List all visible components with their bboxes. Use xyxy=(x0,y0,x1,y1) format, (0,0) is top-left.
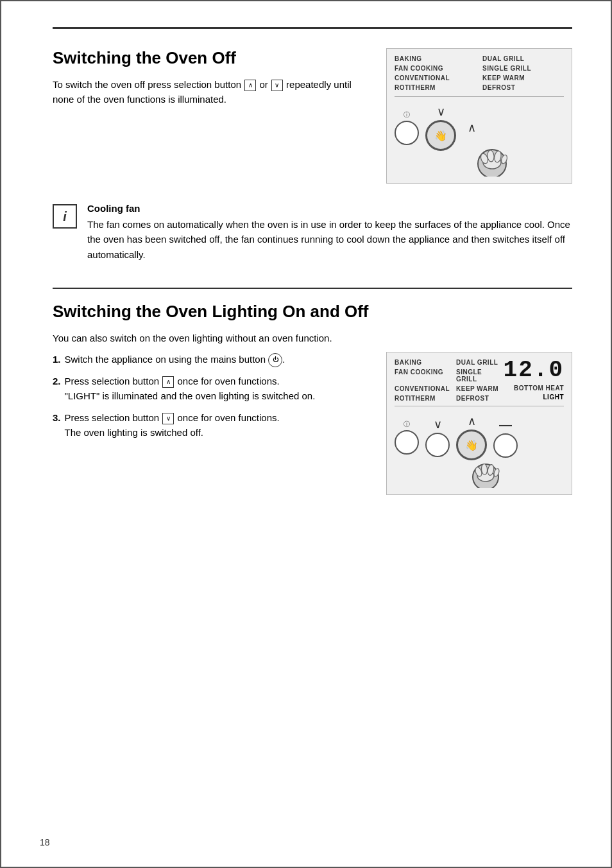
step-1: 1. Switch the appliance on using the mai… xyxy=(53,352,367,367)
panel2-circle-btn-1[interactable] xyxy=(395,430,419,455)
step-3: 3. Press selection button ∨ once for ove… xyxy=(53,410,367,440)
section1-title: Switching the Oven Off xyxy=(53,48,367,68)
panel1-labels: BAKING DUAL GRILL FAN COOKING SINGLE GRI… xyxy=(395,55,564,91)
label-keep-warm: KEEP WARM xyxy=(482,74,564,82)
info-icon: i xyxy=(53,204,77,229)
digital-display: 12.0 xyxy=(504,359,564,382)
section2-intro: You can also switch on the oven lighting… xyxy=(53,331,572,345)
label-conventional: CONVENTIONAL xyxy=(395,74,476,82)
panel1-down-arrow: ∨ xyxy=(432,105,450,119)
oven-panel-2: BAKING DUAL GRILL FAN COOKING SINGLE GRI… xyxy=(386,352,572,495)
step3-num: 3. xyxy=(53,410,61,440)
cooling-fan-title: Cooling fan xyxy=(87,203,572,214)
panel2-labels-grid: BAKING DUAL GRILL FAN COOKING SINGLE GRI… xyxy=(395,359,504,402)
section2-title: Switching the Oven Lighting On and Off xyxy=(53,302,572,322)
panel1-up-arrow: ∧ xyxy=(463,121,480,135)
p2-single-grill: SINGLE GRILL xyxy=(456,369,504,383)
p2-defrost: DEFROST xyxy=(456,395,504,402)
step3-text: Press selection button ∨ once for oven f… xyxy=(65,410,280,440)
step2-text: Press selection button ∧ once for oven f… xyxy=(65,374,316,404)
p2-dual-grill: DUAL GRILL xyxy=(456,359,504,366)
step3-down-arrow: ∨ xyxy=(162,413,174,424)
p2-baking: BAKING xyxy=(395,359,450,366)
or-text: or xyxy=(259,79,268,90)
top-border xyxy=(53,27,572,29)
section1-text: Switching the Oven Off To switch the ove… xyxy=(53,48,367,184)
section-switching-off: Switching the Oven Off To switch the ove… xyxy=(53,48,572,184)
step2-up-arrow: ∧ xyxy=(162,376,174,388)
label-rotitherm: ROTITHERM xyxy=(395,84,476,91)
info-box-cooling-fan: i Cooling fan The fan comes on automatic… xyxy=(53,203,572,268)
panel2-circle-btn-2[interactable] xyxy=(425,433,450,457)
panel2-dash: — xyxy=(497,417,514,432)
section1-paragraph: To switch the oven off press selection b… xyxy=(53,77,367,107)
label-defrost: DEFROST xyxy=(482,84,564,91)
p2-bottom-heat: BOTTOM HEAT xyxy=(514,385,564,392)
step1-text: Switch the appliance on using the mains … xyxy=(65,352,285,367)
p2-conventional: CONVENTIONAL xyxy=(395,385,450,392)
section2-steps: 1. Switch the appliance on using the mai… xyxy=(53,352,367,495)
info-text: Cooling fan The fan comes on automatical… xyxy=(87,203,572,268)
oven-panel-1: BAKING DUAL GRILL FAN COOKING SINGLE GRI… xyxy=(386,48,572,184)
p2-light: LIGHT xyxy=(543,394,565,401)
down-arrow-icon: ∨ xyxy=(271,80,283,91)
p2-fan-cooking: FAN COOKING xyxy=(395,369,450,383)
label-baking: BAKING xyxy=(395,55,476,62)
panel2-down-arrow: ∨ xyxy=(429,417,446,431)
step-2: 2. Press selection button ∧ once for ove… xyxy=(53,374,367,404)
panel1-knob-1[interactable]: 👋 xyxy=(425,120,456,151)
steps-list: 1. Switch the appliance on using the mai… xyxy=(53,352,367,440)
panel2-top: BAKING DUAL GRILL FAN COOKING SINGLE GRI… xyxy=(395,359,564,402)
page: Switching the Oven Off To switch the ove… xyxy=(0,0,612,868)
label-fan-cooking: FAN COOKING xyxy=(395,65,476,72)
cooling-fan-text: The fan comes on automatically when the … xyxy=(87,217,572,262)
label-single-grill: SINGLE GRILL xyxy=(482,65,564,72)
divider xyxy=(53,288,572,289)
section-lighting: Switching the Oven Lighting On and Off Y… xyxy=(53,302,572,495)
p2-rotitherm: ROTITHERM xyxy=(395,395,450,402)
page-number: 18 xyxy=(40,837,50,847)
panel1-circle-btn-1[interactable] xyxy=(395,121,419,145)
oven-control-illustration xyxy=(454,138,531,177)
step2-num: 2. xyxy=(53,374,61,404)
p2-keep-warm: KEEP WARM xyxy=(456,385,504,392)
label-dual-grill: DUAL GRILL xyxy=(482,55,564,62)
step1-num: 1. xyxy=(53,352,61,367)
panel2-up-arrow: ∧ xyxy=(463,414,480,428)
oven-control-illustration-2 xyxy=(450,453,521,488)
info-icon-letter: i xyxy=(63,209,67,224)
mains-button-icon: ⏻ xyxy=(268,353,282,367)
up-arrow-icon: ∧ xyxy=(244,80,256,91)
